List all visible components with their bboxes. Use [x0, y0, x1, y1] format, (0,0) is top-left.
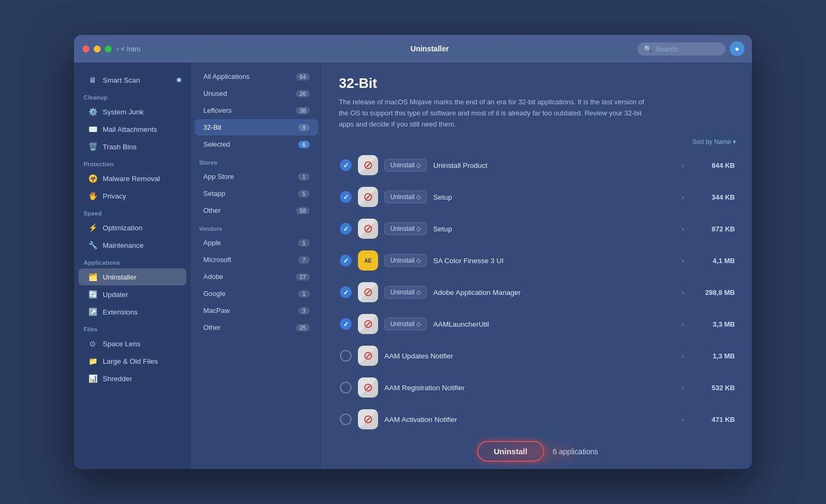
app-name-7: AAM Updates Notifier: [384, 352, 675, 360]
mail-icon: ✉️: [88, 124, 97, 134]
table-row[interactable]: Uninstall ◇ Adobe Application Manager › …: [334, 277, 741, 308]
table-row[interactable]: Uninstall ◇ Uninstall Product › 844 KB: [334, 150, 741, 181]
app-checkbox-1[interactable]: [340, 159, 352, 171]
forbidden-icon-9: [358, 409, 378, 429]
large-files-icon: 📁: [88, 356, 97, 366]
maximize-button[interactable]: [105, 46, 112, 52]
sidebar-item-maintenance[interactable]: 🔧 Maintenance: [78, 237, 186, 254]
sidebar-item-smart-scan[interactable]: 🖥 Smart Scan: [78, 71, 186, 88]
sidebar-item-extensions[interactable]: ↗️ Extensions: [78, 303, 186, 320]
filter-unused[interactable]: Unused 26: [195, 85, 318, 102]
trash-icon: 🗑️: [88, 142, 97, 151]
sidebar-item-mail-attachments[interactable]: ✉️ Mail Attachments: [78, 121, 186, 138]
app-name-6: AAMLauncherUtil: [433, 320, 675, 328]
filter-apple[interactable]: Apple 1: [195, 235, 318, 251]
sidebar-item-uninstaller[interactable]: 🗂️ Uninstaller: [78, 268, 186, 285]
filter-selected[interactable]: Selected 6: [195, 136, 318, 152]
filter-all-applications[interactable]: All Applications 64: [195, 68, 318, 85]
forbidden-icon-5: [358, 282, 378, 302]
app-size-8: 532 KB: [693, 384, 735, 392]
chevron-icon-5: ›: [681, 288, 684, 296]
app-icon-1: [358, 155, 378, 175]
filter-adobe[interactable]: Adobe 27: [195, 268, 318, 285]
sidebar-item-large-old-files[interactable]: 📁 Large & Old Files: [78, 353, 186, 370]
app-name-9: AAM Activation Notifier: [384, 416, 675, 424]
sidebar-item-privacy[interactable]: 🖐️ Privacy: [78, 187, 186, 204]
filter-google[interactable]: Google 1: [195, 285, 318, 302]
uninstall-btn-4[interactable]: Uninstall ◇: [384, 254, 427, 267]
app-size-4: 4,1 MB: [693, 257, 735, 265]
table-row[interactable]: Uninstall ◇ Setup › 344 KB: [334, 182, 741, 212]
app-icon-7: [358, 346, 378, 366]
smart-scan-icon: 🖥: [88, 75, 97, 85]
titlebar-title: Uninstaller: [410, 44, 448, 53]
filter-leftovers[interactable]: Leftovers 38: [195, 102, 318, 119]
back-button[interactable]: ‹ < Intro: [116, 45, 141, 53]
app-size-3: 872 KB: [693, 225, 735, 233]
chevron-icon-3: ›: [681, 224, 684, 233]
uninstall-btn-1[interactable]: Uninstall ◇: [384, 159, 427, 172]
app-icon-8: [358, 377, 378, 398]
content-header: 32-Bit The release of macOS Mojave marks…: [323, 62, 752, 138]
space-lens-icon: ⊙: [88, 339, 97, 348]
app-checkbox-9[interactable]: [340, 413, 352, 425]
sidebar-item-malware-removal[interactable]: ☣️ Malware Removal: [78, 170, 186, 187]
apps-count-label: 6 applications: [553, 447, 598, 456]
app-checkbox-5[interactable]: [340, 286, 352, 298]
app-checkbox-3[interactable]: [340, 223, 352, 235]
sort-by-name[interactable]: Sort by Name ▾: [692, 138, 736, 146]
app-name-8: AAM Registration Notifier: [384, 384, 675, 392]
sidebar-item-shredder[interactable]: 📊 Shredder: [78, 370, 186, 387]
app-checkbox-8[interactable]: [340, 382, 352, 393]
chevron-icon-7: ›: [681, 352, 684, 360]
table-row[interactable]: Uninstall ◇ AAMLauncherUtil › 3,3 MB: [334, 309, 741, 339]
search-bar[interactable]: 🔍: [638, 42, 725, 56]
forbidden-icon-2: [358, 187, 378, 207]
filter-32bit[interactable]: 32-Bit 9: [195, 119, 318, 136]
filter-macpaw[interactable]: MacPaw 3: [195, 302, 318, 319]
app-checkbox-6[interactable]: [340, 318, 352, 330]
bottom-bar: Uninstall 6 applications: [323, 434, 752, 469]
sidebar-item-trash-bins[interactable]: 🗑️ Trash Bins: [78, 138, 186, 155]
sidebar-item-space-lens[interactable]: ⊙ Space Lens: [78, 335, 186, 352]
forbidden-icon-3: [358, 219, 378, 239]
uninstall-btn-3[interactable]: Uninstall ◇: [384, 222, 427, 235]
table-row[interactable]: Uninstall ◇ Setup › 872 KB: [334, 213, 741, 244]
malware-icon: ☣️: [88, 174, 97, 183]
uninstall-btn-6[interactable]: Uninstall ◇: [384, 318, 427, 330]
forbidden-icon-8: [358, 377, 378, 398]
uninstall-btn-2[interactable]: Uninstall ◇: [384, 191, 427, 203]
table-row[interactable]: AAM Updates Notifier › 1,3 MB: [334, 340, 741, 371]
filter-other-store[interactable]: Other 58: [195, 202, 318, 219]
search-input[interactable]: [656, 45, 719, 53]
sidebar-item-system-junk[interactable]: ⚙️ System Junk: [78, 103, 186, 120]
apps-list: Uninstall ◇ Uninstall Product › 844 KB U…: [323, 150, 752, 434]
content-panel: 32-Bit The release of macOS Mojave marks…: [323, 62, 752, 469]
app-name-3: Setup: [433, 225, 675, 233]
filter-setapp[interactable]: Setapp 5: [195, 185, 318, 202]
titlebar: ‹ < Intro Uninstaller 🔍 ●: [74, 35, 752, 62]
app-window: ‹ < Intro Uninstaller 🔍 ● 🖥 Smart Scan C…: [74, 35, 752, 469]
table-row[interactable]: AAM Registration Notifier › 532 KB: [334, 372, 741, 403]
extensions-icon: ↗️: [88, 307, 97, 317]
app-name-2: Setup: [433, 193, 675, 201]
uninstall-btn-5[interactable]: Uninstall ◇: [384, 286, 427, 299]
app-checkbox-2[interactable]: [340, 191, 352, 203]
sidebar-item-optimization[interactable]: ⚡ Optimization: [78, 219, 186, 236]
filter-other-vendor[interactable]: Other 25: [195, 319, 318, 336]
app-checkbox-7[interactable]: [340, 350, 352, 362]
app-checkbox-4[interactable]: [340, 255, 352, 266]
uninstaller-icon: 🗂️: [88, 272, 97, 282]
chevron-icon-1: ›: [681, 161, 684, 169]
sidebar: 🖥 Smart Scan Cleanup ⚙️ System Junk ✉️ M…: [74, 62, 191, 469]
sidebar-item-updater[interactable]: 🔄 Updater: [78, 286, 186, 303]
uninstall-main-button[interactable]: Uninstall: [477, 441, 544, 462]
back-icon: ‹: [116, 45, 119, 53]
table-row[interactable]: AAM Activation Notifier › 471 KB: [334, 404, 741, 434]
table-row[interactable]: AE Uninstall ◇ SA Color Finesse 3 UI › 4…: [334, 245, 741, 276]
avatar-button[interactable]: ●: [730, 41, 744, 56]
filter-app-store[interactable]: App Store 1: [195, 168, 318, 185]
close-button[interactable]: [83, 46, 89, 52]
filter-microsoft[interactable]: Microsoft 7: [195, 251, 318, 268]
minimize-button[interactable]: [94, 46, 101, 52]
